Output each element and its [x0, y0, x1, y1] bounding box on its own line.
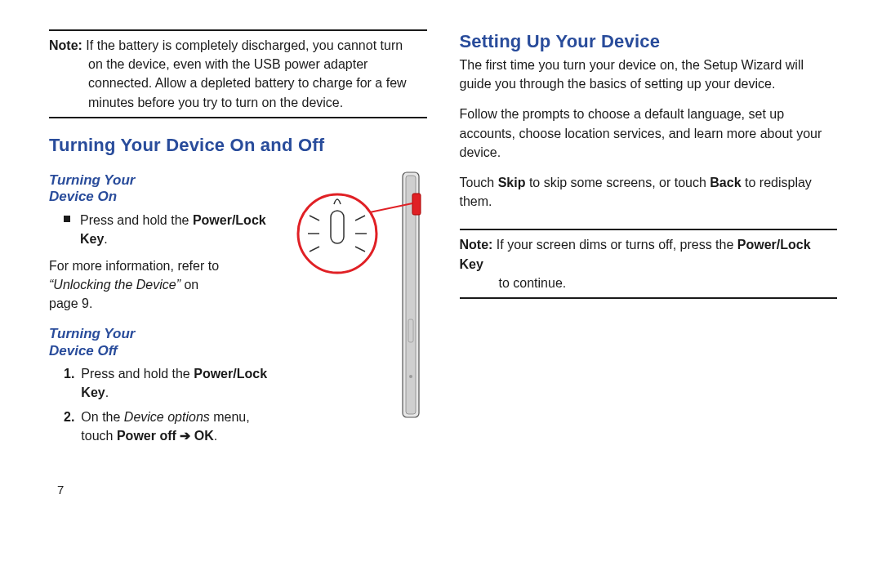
device-power-illustration: [288, 164, 427, 429]
heading-turning-on: Turning Your Device On: [49, 172, 277, 206]
divider-top-right-note: [460, 229, 838, 230]
setup-paragraph-1: The first time you turn your device on, …: [460, 56, 838, 93]
step-2-off: 2. On the Device options menu, touch Pow…: [64, 408, 277, 445]
divider-below-note-left: [49, 117, 427, 118]
more-info-text: For more information, refer to “Unlockin…: [49, 256, 277, 314]
setup-paragraph-3: Touch Skip to skip some screens, or touc…: [460, 173, 838, 211]
divider-bottom-right-note: [460, 297, 838, 299]
note-screen-dim: Note: If your screen dims or turns off, …: [460, 235, 838, 292]
square-bullet-icon: [64, 216, 70, 222]
left-column: Note: If the battery is completely disch…: [49, 24, 427, 497]
step-press-hold-on: Press and hold the Power/Lock Key.: [64, 211, 277, 248]
note-text-first-line: If the battery is completely discharged,…: [86, 38, 403, 52]
divider-top-left: [49, 29, 427, 31]
page-number: 7: [57, 483, 427, 497]
note-label-2: Note:: [460, 238, 493, 252]
step-1-off: 1. Press and hold the Power/Lock Key.: [64, 364, 277, 402]
note-battery: Note: If the battery is completely disch…: [49, 36, 427, 112]
svg-rect-2: [412, 194, 421, 215]
heading-setting-up: Setting Up Your Device: [460, 31, 838, 52]
right-column: Setting Up Your Device The first time yo…: [460, 24, 838, 497]
heading-turning-on-off: Turning Your Device On and Off: [49, 135, 427, 156]
device-power-illustration-icon: [288, 164, 427, 425]
svg-rect-5: [331, 211, 344, 243]
note-text-continuation: on the device, even with the USB power a…: [88, 55, 427, 112]
note-label: Note:: [49, 38, 82, 52]
heading-turning-off: Turning Your Device Off: [49, 326, 277, 359]
setup-paragraph-2: Follow the prompts to choose a default l…: [460, 105, 838, 162]
svg-point-13: [409, 375, 412, 378]
